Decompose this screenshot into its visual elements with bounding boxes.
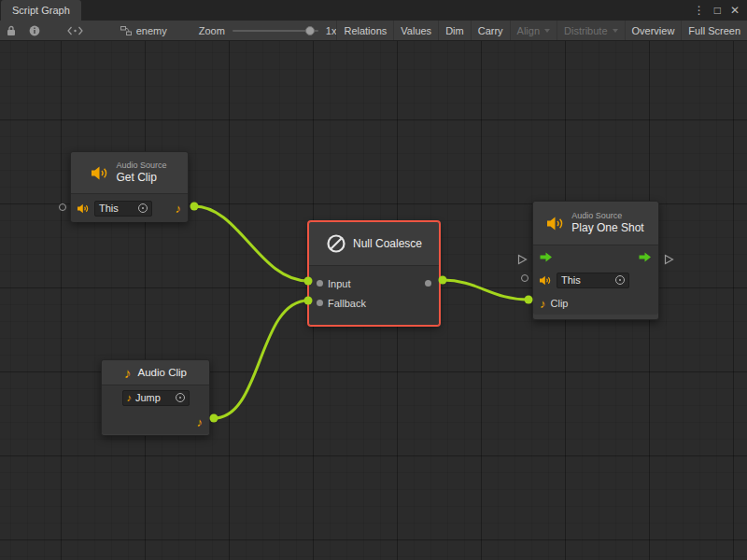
dropdown-arrow-icon [544,29,550,33]
node-category: Audio Source [571,211,643,221]
node-header: Audio Source Get Clip [71,152,188,193]
audio-clip-dropdown[interactable]: ♪ Jump [122,390,190,406]
object-picker-icon[interactable] [138,203,148,213]
node-title: Play One Shot [571,221,643,235]
target-dropdown[interactable]: This [557,273,629,288]
fallback-port-label: Fallback [328,298,366,309]
carry-button[interactable]: Carry [471,21,510,40]
object-picker-icon[interactable] [176,393,185,402]
graph-name: enemy [136,25,167,36]
audio-source-icon [547,217,565,231]
input-port-label: Input [328,278,350,289]
align-button[interactable]: Align [510,21,557,40]
distribute-button[interactable]: Distribute [557,21,624,40]
toolbar-buttons: Relations Values Dim Carry Align Distrib… [336,21,747,40]
tab-script-graph[interactable]: Script Graph [1,0,81,21]
audio-clip-value: Jump [135,392,161,403]
graph-reference[interactable]: enemy [113,25,175,36]
node-play-one-shot[interactable]: Audio Source Play One Shot This ♪ Clip [532,201,659,320]
info-button[interactable] [22,21,47,40]
lock-button[interactable] [0,21,22,40]
values-button[interactable]: Values [393,21,438,40]
audio-source-icon [540,275,552,286]
window-menu-icon[interactable]: ⋮ [694,5,705,16]
port-audioclip-output[interactable] [210,414,218,423]
flow-in-arrow-icon[interactable] [540,252,553,262]
node-audio-clip[interactable]: ♪ Audio Clip ♪ Jump ♪ [101,359,210,436]
graph-toolbar: enemy Zoom 1x Relations Values Dim Carry… [0,21,747,41]
audio-clip-icon: ♪ [124,366,132,380]
port-nullcoalesce-input[interactable] [304,277,313,286]
overview-button[interactable]: Overview [625,21,682,40]
lock-icon [7,25,16,36]
dim-button[interactable]: Dim [438,21,471,40]
dropdown-arrow-icon [613,29,618,33]
zoom-value: 1x [326,25,337,36]
node-category: Audio Source [116,161,166,171]
zoom-control: Zoom 1x [199,25,337,36]
target-dropdown[interactable]: This [94,201,152,217]
target-value: This [561,274,581,286]
audio-source-icon [92,166,109,180]
node-title: Get Clip [116,171,166,185]
node-header: Audio Source Play One Shot [533,202,658,245]
zoom-slider-handle[interactable] [305,26,315,35]
relations-button[interactable]: Relations [336,21,393,40]
node-header: ♪ Audio Clip [102,360,209,385]
port-target-input[interactable] [59,203,66,211]
node-null-coalesce[interactable]: Null Coalesce Input Fallback [308,221,440,326]
zoom-label: Zoom [199,25,225,36]
audioclip-output-icon: ♪ [176,203,182,215]
audio-source-icon [78,203,90,214]
tab-label: Script Graph [12,5,70,16]
port-playoneshot-clip-input[interactable] [525,296,533,304]
fullscreen-button[interactable]: Full Screen [681,21,747,40]
zoom-slider[interactable] [233,30,318,32]
code-icon [67,26,83,35]
info-icon [29,25,40,36]
graph-canvas[interactable]: Audio Source Get Clip This ♪ Null Coales… [0,41,747,560]
node-title: Audio Clip [138,366,187,379]
flow-out-arrow-icon[interactable] [639,252,652,262]
fallback-port-dot[interactable] [317,300,323,306]
null-coalesce-icon [326,233,346,254]
port-target-input[interactable] [521,274,529,282]
port-flow-input[interactable] [517,254,528,265]
node-title: Null Coalesce [353,237,422,251]
wire-getclip-to-input[interactable] [194,206,308,281]
node-header: Null Coalesce [309,222,439,265]
window-controls: ⋮ □ ✕ [694,0,747,21]
maximize-icon[interactable]: □ [714,5,721,16]
clip-port-icon: ♪ [540,298,546,310]
object-picker-icon[interactable] [615,275,625,285]
wire-result-to-clip[interactable] [443,280,529,300]
input-port-dot[interactable] [317,280,323,287]
port-getclip-output[interactable] [190,203,199,211]
port-flow-output[interactable] [664,254,674,265]
target-value: This [99,203,119,214]
node-get-clip[interactable]: Audio Source Get Clip This ♪ [70,151,189,222]
audioclip-output-icon: ♪ [197,416,204,428]
close-icon[interactable]: ✕ [730,5,740,16]
tab-bar: Script Graph ⋮ □ ✕ [0,0,747,21]
audio-clip-value-icon: ♪ [127,393,133,403]
code-view-button[interactable] [61,21,90,40]
script-graph-icon [120,25,132,36]
result-port-dot[interactable] [425,280,431,287]
port-nullcoalesce-fallback[interactable] [304,297,313,305]
wire-audioclip-to-fallback[interactable] [214,301,308,418]
port-nullcoalesce-result[interactable] [439,276,447,285]
clip-port-label: Clip [551,298,569,309]
